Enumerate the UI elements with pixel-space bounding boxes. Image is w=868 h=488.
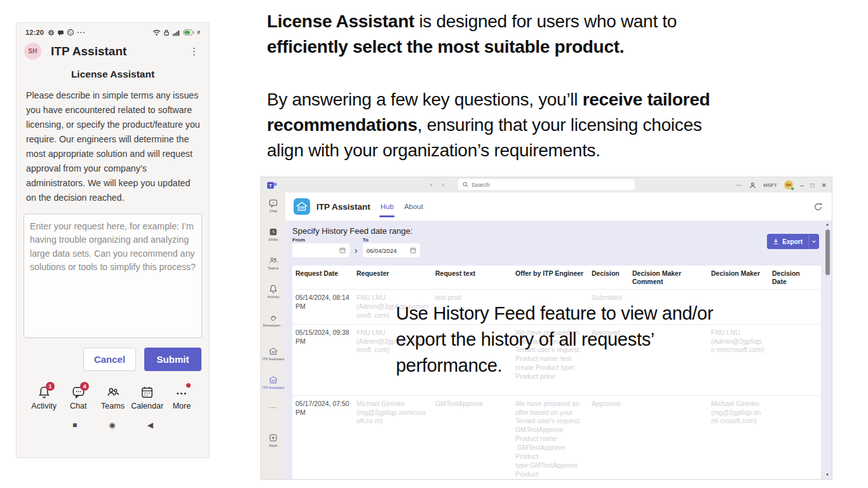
gear-icon [48, 29, 55, 36]
more-dots-icon: ⋯ [269, 403, 277, 412]
rail-item-more[interactable]: ⋯ [261, 403, 285, 428]
developer-hand-icon [268, 313, 278, 323]
more-red-dot [186, 383, 191, 388]
person-icon[interactable] [749, 182, 756, 189]
restore-button[interactable]: □ [811, 182, 815, 189]
message-icon [57, 29, 64, 36]
tab-about[interactable]: About [404, 193, 423, 220]
window-titlebar: T ‹ › ⋯ MSFT SH – □ ✕ [261, 177, 832, 193]
minimize-button[interactable]: – [800, 182, 804, 189]
nav-item-more[interactable]: More [165, 385, 199, 410]
search-box[interactable] [458, 179, 635, 190]
nav-back-button[interactable]: ‹ [430, 180, 433, 188]
whatsapp-icon [67, 29, 74, 36]
scroll-down-icon[interactable]: ▼ [825, 472, 829, 477]
app-title: ITP Assistant [316, 202, 370, 212]
intro-text: License Assistant is designed for users … [267, 9, 813, 163]
teams-logo-icon: T [267, 180, 277, 190]
from-label: From [292, 237, 349, 243]
to-date-input[interactable] [367, 247, 409, 254]
callout-caption: Use History Feed feature to view and/or … [396, 301, 790, 379]
svg-text:ITP: ITP [299, 206, 304, 210]
android-nav-bar: ■ ◉ ◀ [17, 421, 209, 430]
export-label: Export [782, 238, 803, 245]
kebab-menu-icon[interactable]: ⋮ [187, 46, 201, 57]
from-date-input[interactable] [296, 247, 338, 254]
svg-text:=: = [273, 201, 275, 204]
card-description: Please describe in simple terms any issu… [26, 88, 201, 205]
calendar-icon[interactable] [339, 247, 346, 254]
svg-text:T: T [269, 183, 272, 189]
lock-icon [163, 29, 170, 36]
tenant-label: MSFT [763, 182, 777, 188]
cancel-button[interactable]: Cancel [83, 348, 136, 371]
range-chevron: › [355, 245, 358, 257]
nav-item-activity[interactable]: 1 Activity [27, 385, 61, 410]
export-split-button[interactable]: Export [767, 234, 819, 249]
presence-indicator [790, 187, 794, 191]
nav-item-chat[interactable]: 4 Chat [61, 385, 95, 410]
to-date-field[interactable] [363, 243, 420, 257]
phone-bottom-nav: 1 Activity 4 Chat Teams Calendar More [17, 385, 209, 410]
android-home-button[interactable]: ◉ [109, 421, 115, 430]
rail-item-itp-assistant[interactable]: ITP ITP Assistant [261, 346, 285, 375]
tab-hub[interactable]: Hub [381, 193, 394, 220]
android-back-button[interactable]: ◀ [147, 421, 153, 430]
hash-icon: # [197, 29, 200, 36]
scrollbar-thumb[interactable] [825, 229, 830, 275]
itp-house-icon: ITP [268, 346, 278, 356]
apps-plus-icon [268, 433, 278, 443]
intro-bold: recommendations [267, 115, 417, 135]
nav-item-teams[interactable]: Teams [95, 385, 130, 410]
bell-icon [268, 284, 278, 294]
phone-status-bar: 12:20 ··· # [17, 23, 209, 36]
rail-item-teams[interactable]: Teams [261, 255, 285, 284]
refresh-icon[interactable] [813, 202, 823, 212]
phone-app-bar: SH ITP Assistant ⋮ [17, 36, 209, 60]
calendar-icon [140, 385, 154, 400]
itp-house-icon: ITP [268, 375, 278, 385]
wifi-icon [153, 29, 161, 36]
table-row: 05/17/2024, 07:50 PM Michael Girenko (mg… [292, 396, 821, 480]
rail-item-shifts[interactable]: Shifts [261, 227, 285, 255]
rail-item-developer[interactable]: Developer .. [261, 313, 285, 341]
to-label: To [363, 237, 420, 243]
table-header-row: Request Date Requester Request text Offe… [292, 266, 821, 290]
phone-screenshot: 12:20 ··· # SH ITP Assistant ⋮ License A… [16, 22, 210, 458]
titlebar-more-icon[interactable]: ⋯ [736, 182, 742, 189]
svg-text:ITP: ITP [271, 380, 275, 383]
card-title: License Assistant [17, 69, 209, 80]
search-input[interactable] [471, 182, 611, 188]
android-recent-button[interactable]: ■ [72, 421, 77, 430]
rail-item-activity[interactable]: Activity [261, 284, 285, 313]
scroll-up-icon[interactable]: ▲ [825, 222, 829, 227]
nav-forward-button[interactable]: › [442, 180, 444, 188]
search-icon [463, 182, 468, 187]
app-rail: = Chat Shifts Teams Activity Developer .… [261, 193, 285, 479]
nav-item-calendar[interactable]: Calendar [130, 385, 165, 410]
submit-button[interactable]: Submit [144, 348, 201, 371]
export-dropdown-button[interactable] [808, 234, 819, 249]
teams-people-icon [105, 385, 120, 400]
rail-item-apps[interactable]: Apps [261, 433, 285, 461]
from-date-field[interactable] [292, 243, 349, 257]
date-range-label: Specify History Feed date range: [292, 226, 832, 236]
intro-bold: License Assistant [267, 11, 414, 31]
teams-people-icon [268, 255, 278, 266]
download-icon [773, 238, 779, 245]
rail-item-itp-assistant-active[interactable]: ITP ITP Assistant [261, 375, 285, 403]
user-avatar[interactable]: SH [784, 180, 793, 189]
vertical-scrollbar[interactable]: ▲ ▼ [824, 222, 831, 477]
chevron-down-icon [811, 239, 817, 244]
request-textarea[interactable] [24, 214, 202, 338]
close-button[interactable]: ✕ [822, 182, 827, 189]
clock-text: 12:20 [25, 29, 44, 36]
svg-text:ITP: ITP [271, 351, 275, 354]
chat-icon: = [268, 198, 278, 208]
app-title: ITP Assistant [51, 44, 126, 58]
calendar-icon[interactable] [410, 247, 416, 254]
rail-item-chat[interactable]: = Chat [261, 198, 285, 227]
intro-bold: efficiently select the most suitable pro… [267, 37, 624, 57]
itp-app-icon: ITP [294, 198, 310, 215]
teams-window-screenshot: T ‹ › ⋯ MSFT SH – □ ✕ = Chat Shifts Team… [261, 177, 832, 480]
